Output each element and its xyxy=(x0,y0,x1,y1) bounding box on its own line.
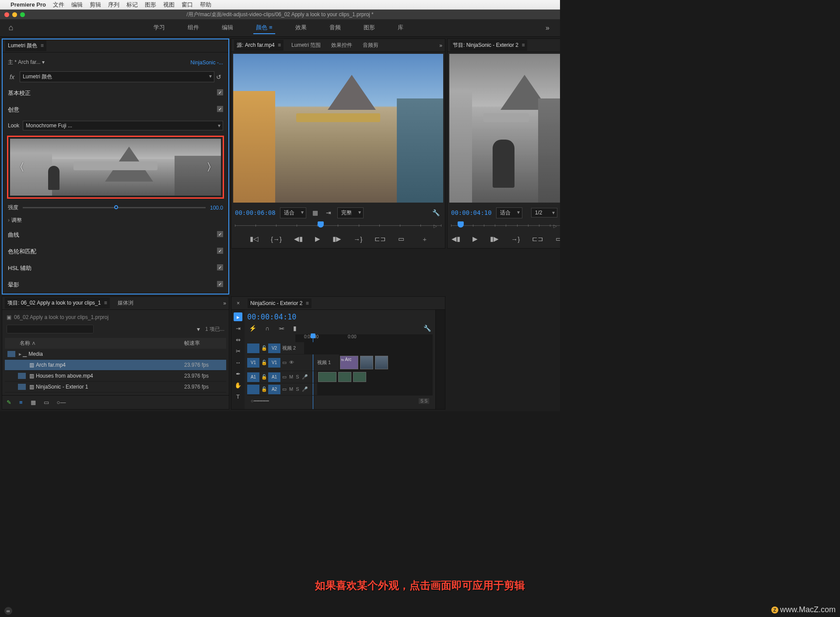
fx-badge-icon[interactable]: fx xyxy=(8,73,16,81)
razor-tool-icon[interactable]: ✂ xyxy=(234,347,242,355)
tab-audio-clip[interactable]: 音频剪 xyxy=(360,40,381,51)
workspace-color[interactable]: 颜色 ≡ xyxy=(253,22,275,34)
step-forward-icon[interactable]: ▮▶ xyxy=(331,234,343,244)
menu-clip[interactable]: 剪辑 xyxy=(90,1,101,9)
timeline-close-icon[interactable]: × xyxy=(234,298,242,308)
mark-in-icon[interactable]: ▮◁ xyxy=(248,234,260,244)
col-name[interactable]: 名称 ∧ xyxy=(20,340,184,347)
type-tool-icon[interactable]: T xyxy=(234,392,242,401)
timeline-zoom[interactable]: ○━━━━━ xyxy=(251,398,269,404)
section-hsl[interactable]: HSL 辅助 ✓ xyxy=(7,260,224,277)
reset-icon[interactable]: ↺ xyxy=(214,73,223,81)
snap-icon[interactable]: ⚡ xyxy=(247,324,258,333)
menu-file[interactable]: 文件 xyxy=(53,1,64,9)
filter-icon[interactable]: ▾ xyxy=(195,325,202,333)
menu-marker[interactable]: 标记 xyxy=(126,1,138,9)
maximize-button[interactable] xyxy=(20,12,25,17)
menu-help[interactable]: 帮助 xyxy=(200,1,211,9)
workspace-learn[interactable]: 学习 xyxy=(151,22,168,34)
workspace-libraries[interactable]: 库 xyxy=(395,22,406,34)
program-monitor-viewport[interactable] xyxy=(449,54,560,203)
project-row[interactable]: ▥ NinjaSonic - Exterior 123.976 fps xyxy=(5,382,226,393)
program-timecode[interactable]: 00:00:04:10 xyxy=(451,209,492,216)
lumetri-clip-name[interactable]: 主 * Arch far... ▾ xyxy=(8,59,45,66)
lumetri-effect-dropdown[interactable]: Lumetri 颜色 xyxy=(20,71,214,82)
source-monitor-viewport[interactable] xyxy=(233,54,443,203)
button-editor-icon[interactable]: + xyxy=(421,235,428,244)
clip-v1-3[interactable] xyxy=(375,356,388,369)
project-row[interactable]: ▥ Houses from above.mp423.976 fps xyxy=(5,371,226,382)
step-forward-icon[interactable]: ▮▶ xyxy=(488,234,500,244)
play-icon[interactable]: ▶ xyxy=(471,234,480,244)
wrench-icon[interactable]: 🔧 xyxy=(422,324,433,333)
audio-meter[interactable] xyxy=(435,310,445,409)
pencil-icon[interactable]: ✎ xyxy=(5,398,13,407)
mark-out-icon[interactable]: {→} xyxy=(269,235,284,244)
tab-media-browser[interactable]: 媒体浏 xyxy=(115,298,136,308)
insert-clip-icon[interactable]: ⊏⊐ xyxy=(373,234,388,244)
tab-program[interactable]: 节目: NinjaSonic - Exterior 2 ≡ xyxy=(450,40,527,51)
tab-project[interactable]: 项目: 06_02 Apply a look to your clips_1 ≡ xyxy=(5,298,110,308)
section-basic-correction[interactable]: 基本校正 ✓ xyxy=(7,85,224,102)
camera-icon[interactable]: ▦ xyxy=(311,208,320,217)
marker-icon[interactable]: ▮ xyxy=(291,324,298,333)
menu-view[interactable]: 视图 xyxy=(163,1,175,9)
section-wheels[interactable]: 色轮和匹配 ✓ xyxy=(7,243,224,260)
magnet-icon[interactable]: ∩ xyxy=(263,324,271,333)
vignette-enabled-checkbox[interactable]: ✓ xyxy=(217,281,223,287)
tab-lumetri-color[interactable]: Lumetri 颜色 ≡ xyxy=(5,40,46,51)
project-search-input[interactable] xyxy=(7,325,94,333)
step-back-icon[interactable]: ◀▮ xyxy=(292,234,304,244)
track-v2[interactable]: 🔓V2 视频 2 xyxy=(247,342,433,354)
tabs-overflow-icon[interactable]: » xyxy=(439,42,442,49)
look-preview-image[interactable]: 〈 〉 xyxy=(10,139,221,196)
menu-sequence[interactable]: 序列 xyxy=(108,1,119,9)
home-icon[interactable]: ⌂ xyxy=(0,23,22,32)
col-fps[interactable]: 帧速率 xyxy=(184,340,224,347)
program-scrubber[interactable]: ▷ xyxy=(451,221,560,230)
clip-v1-2[interactable] xyxy=(360,356,373,369)
source-resolution-dropdown[interactable]: 完整 xyxy=(337,207,364,218)
project-row[interactable]: ▸ ▁ Media xyxy=(5,349,226,360)
clip-a1-3[interactable] xyxy=(353,372,366,382)
intensity-value[interactable]: 100.0 xyxy=(210,205,223,211)
section-vignette[interactable]: 晕影 ✓ xyxy=(7,277,224,293)
program-fit-dropdown[interactable]: 适合 xyxy=(496,207,522,218)
overwrite-clip-icon[interactable]: ▭ xyxy=(396,234,406,244)
track-v1[interactable]: V1🔓V1 ▭👁 视频 1 fx Arc xyxy=(247,354,433,371)
workspace-assembly[interactable]: 组件 xyxy=(185,22,202,34)
workspace-graphics[interactable]: 图形 xyxy=(361,22,378,34)
hand-tool-icon[interactable]: ✋ xyxy=(234,381,242,389)
project-row[interactable]: ▥ Arch far.mp423.976 fps xyxy=(5,360,226,371)
menu-edit[interactable]: 编辑 xyxy=(71,1,83,9)
clip-v1-1[interactable]: fx Arc xyxy=(340,356,358,369)
ripple-tool-icon[interactable]: ⇔ xyxy=(234,335,242,344)
lumetri-sequence-link[interactable]: NinjaSonic -... xyxy=(190,60,223,66)
close-button[interactable] xyxy=(4,12,9,17)
play-icon[interactable]: ▶ xyxy=(313,234,322,244)
menu-window[interactable]: 窗口 xyxy=(182,1,193,9)
step-back-icon[interactable]: ◀▮ xyxy=(450,234,462,244)
minimize-button[interactable] xyxy=(12,12,17,17)
app-name[interactable]: Premiere Pro xyxy=(10,1,46,8)
insert-icon[interactable]: ⇥ xyxy=(324,208,333,217)
go-out-icon[interactable]: →} xyxy=(352,235,364,244)
look-dropdown[interactable]: Monochrome Fuji ... xyxy=(23,121,223,130)
track-a1[interactable]: A1🔓A1 ▭MS🎤 xyxy=(247,371,433,383)
timeline-timecode[interactable]: 00:00:04:10 xyxy=(247,312,433,322)
timeline-ruler[interactable]: 0:00:00 0:00 xyxy=(295,334,433,342)
menu-graphics[interactable]: 图形 xyxy=(145,1,156,9)
creative-enabled-checkbox[interactable]: ✓ xyxy=(217,106,223,112)
workspace-audio[interactable]: 音频 xyxy=(327,22,343,34)
tab-source[interactable]: 源: Arch far.mp4 ≡ xyxy=(234,40,284,51)
workspace-edit[interactable]: 编辑 xyxy=(219,22,236,34)
zoom-slider[interactable]: ○— xyxy=(55,398,68,407)
wheels-enabled-checkbox[interactable]: ✓ xyxy=(217,248,223,254)
basic-enabled-checkbox[interactable]: ✓ xyxy=(217,89,223,95)
slip-tool-icon[interactable]: ↔ xyxy=(234,358,242,367)
grid-view-icon[interactable]: ▦ xyxy=(29,398,38,407)
curves-enabled-checkbox[interactable]: ✓ xyxy=(217,231,223,237)
source-timecode[interactable]: 00:00:06:08 xyxy=(235,209,276,216)
linked-selection-icon[interactable]: ⫘ xyxy=(276,324,286,333)
workspace-overflow-icon[interactable]: » xyxy=(535,24,560,32)
